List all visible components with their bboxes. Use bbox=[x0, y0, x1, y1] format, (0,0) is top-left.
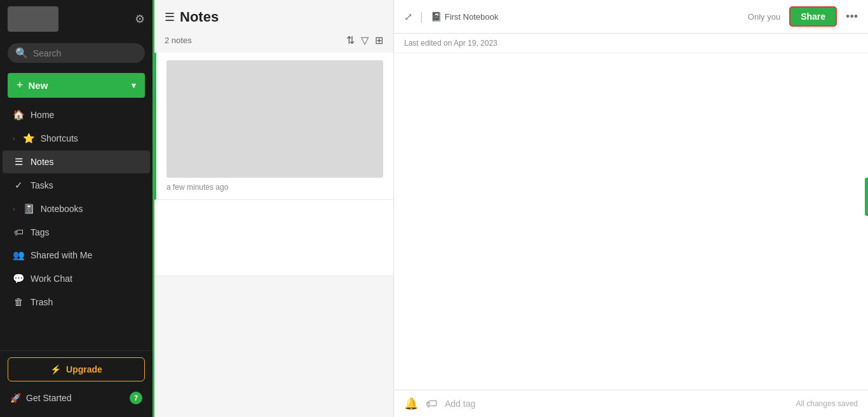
notebook-icon: 📓 bbox=[431, 11, 442, 22]
sidebar-item-label: Tags bbox=[31, 227, 50, 237]
sidebar-item-label: Shortcuts bbox=[41, 133, 78, 143]
note-list-meta: 2 notes ⇅ ▽ ⊞ bbox=[154, 32, 393, 53]
sidebar-item-label: Notebooks bbox=[41, 204, 83, 214]
sidebar-item-notes[interactable]: ☰ Notes bbox=[3, 150, 150, 173]
sidebar: ⚙ 🔍 + New ▾ 🏠 Home › ⭐ Shortcuts ☰ Notes… bbox=[0, 0, 153, 417]
filter-icon[interactable]: ▽ bbox=[361, 34, 369, 46]
editor-toolbar: ⤢ | 📓 First Notebook Only you Share ••• bbox=[394, 0, 868, 34]
tags-icon: 🏷 bbox=[13, 227, 24, 237]
divider: | bbox=[420, 10, 423, 23]
sidebar-item-label: Shared with Me bbox=[31, 250, 92, 260]
share-status: Only you bbox=[748, 12, 780, 22]
sidebar-item-notebooks[interactable]: › 📓 Notebooks bbox=[3, 197, 150, 220]
shortcuts-icon: ⭐ bbox=[23, 133, 34, 144]
get-started-label: Get Started bbox=[26, 393, 72, 403]
sidebar-header: ⚙ bbox=[0, 0, 153, 38]
editor-panel: ⤢ | 📓 First Notebook Only you Share ••• … bbox=[394, 0, 868, 417]
note-list-panel: ☰ Notes 2 notes ⇅ ▽ ⊞ a few minutes ago bbox=[153, 0, 394, 417]
sidebar-item-label: Trash bbox=[31, 297, 53, 307]
reminder-icon[interactable]: 🔔 bbox=[404, 397, 418, 411]
sidebar-bottom: ⚡ Upgrade 🚀 Get Started 7 bbox=[0, 350, 153, 417]
toolbar-right: Only you Share ••• bbox=[748, 6, 858, 27]
new-button-label: New bbox=[29, 80, 48, 91]
note-list-header: ☰ Notes bbox=[154, 0, 393, 32]
notes-panel-icon: ☰ bbox=[165, 10, 175, 24]
sidebar-item-label: Home bbox=[31, 110, 54, 120]
expand-icon: › bbox=[13, 135, 15, 142]
nav-section: 🏠 Home › ⭐ Shortcuts ☰ Notes ✓ Tasks › 📓… bbox=[0, 103, 153, 350]
notebooks-icon: 📓 bbox=[23, 203, 34, 215]
save-status: All changes saved bbox=[796, 399, 858, 408]
note-time: a few minutes ago bbox=[166, 183, 383, 192]
notebook-name: First Notebook bbox=[445, 12, 499, 22]
expand-icon[interactable]: ⤢ bbox=[404, 11, 412, 23]
sidebar-item-label: Work Chat bbox=[31, 274, 72, 284]
sidebar-item-home[interactable]: 🏠 Home bbox=[3, 103, 150, 126]
note-item[interactable] bbox=[154, 200, 393, 276]
new-button[interactable]: + New ▾ bbox=[8, 73, 145, 98]
editor-meta: Last edited on Apr 19, 2023 bbox=[394, 34, 868, 53]
editor-content[interactable] bbox=[394, 53, 868, 390]
sidebar-item-workchat[interactable]: 💬 Work Chat bbox=[3, 267, 150, 290]
note-items: a few minutes ago bbox=[154, 53, 393, 417]
search-icon: 🔍 bbox=[15, 47, 28, 59]
avatar bbox=[8, 6, 58, 32]
editor-footer: 🔔 🏷 Add tag All changes saved bbox=[394, 390, 868, 417]
shared-icon: 👥 bbox=[13, 249, 24, 261]
upgrade-label: Upgrade bbox=[66, 364, 102, 374]
sidebar-item-shortcuts[interactable]: › ⭐ Shortcuts bbox=[3, 127, 150, 150]
upgrade-button[interactable]: ⚡ Upgrade bbox=[8, 357, 145, 381]
upgrade-icon: ⚡ bbox=[50, 364, 61, 374]
note-count: 2 notes bbox=[165, 36, 192, 45]
badge: 7 bbox=[130, 392, 142, 404]
sidebar-item-tags[interactable]: 🏷 Tags bbox=[3, 221, 150, 243]
expand-icon: › bbox=[13, 205, 15, 213]
settings-icon[interactable]: ⚙ bbox=[135, 12, 145, 26]
rocket-icon: 🚀 bbox=[10, 393, 21, 403]
trash-icon: 🗑 bbox=[13, 296, 24, 307]
note-list-actions: ⇅ ▽ ⊞ bbox=[346, 34, 383, 46]
get-started-item[interactable]: 🚀 Get Started 7 bbox=[8, 388, 145, 408]
search-input[interactable] bbox=[33, 48, 137, 58]
toolbar-left: ⤢ | 📓 First Notebook bbox=[404, 10, 498, 23]
note-item[interactable]: a few minutes ago bbox=[154, 53, 393, 200]
chevron-down-icon: ▾ bbox=[132, 81, 136, 90]
last-edited: Last edited on Apr 19, 2023 bbox=[404, 39, 498, 48]
tasks-icon: ✓ bbox=[13, 180, 24, 191]
add-tag-label[interactable]: Add tag bbox=[445, 399, 475, 409]
notes-icon: ☰ bbox=[13, 156, 24, 168]
scroll-indicator bbox=[865, 178, 868, 216]
sidebar-item-label: Tasks bbox=[31, 180, 53, 190]
tag-add-icon[interactable]: 🏷 bbox=[426, 397, 437, 411]
sidebar-item-label: Notes bbox=[31, 157, 54, 167]
note-thumbnail bbox=[166, 60, 383, 178]
plus-icon: + bbox=[17, 79, 24, 92]
sidebar-item-tasks[interactable]: ✓ Tasks bbox=[3, 174, 150, 197]
view-toggle-icon[interactable]: ⊞ bbox=[375, 34, 383, 46]
notes-panel-title: Notes bbox=[180, 9, 219, 25]
home-icon: 🏠 bbox=[13, 109, 24, 121]
footer-left: 🔔 🏷 Add tag bbox=[404, 397, 475, 411]
workchat-icon: 💬 bbox=[13, 273, 24, 284]
sort-icon[interactable]: ⇅ bbox=[346, 34, 355, 46]
more-icon[interactable]: ••• bbox=[846, 10, 858, 23]
notebook-link[interactable]: 📓 First Notebook bbox=[431, 11, 499, 22]
sidebar-item-shared[interactable]: 👥 Shared with Me bbox=[3, 244, 150, 267]
share-button[interactable]: Share bbox=[789, 6, 837, 27]
sidebar-item-trash[interactable]: 🗑 Trash bbox=[3, 291, 150, 313]
search-box[interactable]: 🔍 bbox=[8, 43, 145, 63]
